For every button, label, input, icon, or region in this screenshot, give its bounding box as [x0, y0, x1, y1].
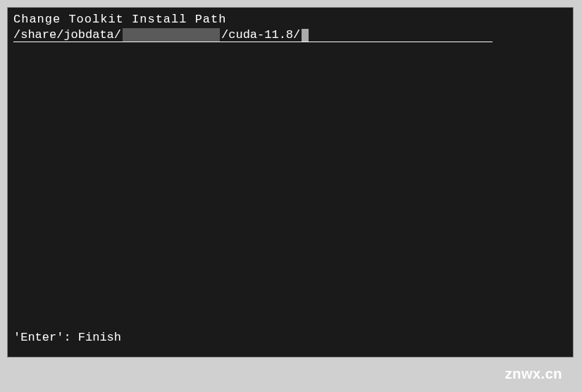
footer-hint: 'Enter': Finish — [13, 330, 121, 346]
dialog-title: Change Toolkit Install Path — [13, 12, 567, 27]
terminal-window: Change Toolkit Install Path /share/jobda… — [7, 7, 574, 358]
path-suffix: /cuda-11.8/ — [221, 27, 300, 43]
text-cursor — [302, 29, 309, 42]
path-input-line[interactable]: /share/jobdata/ /cuda-11.8/ — [13, 27, 567, 43]
watermark-text: znwx.cn — [505, 366, 562, 382]
path-prefix: /share/jobdata/ — [13, 27, 121, 43]
input-underline — [13, 42, 493, 42]
redacted-segment — [123, 28, 220, 42]
